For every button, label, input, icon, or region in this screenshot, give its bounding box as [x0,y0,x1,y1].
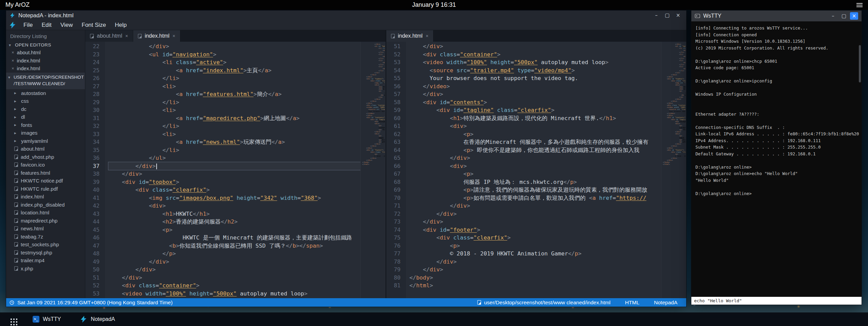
file-item[interactable]: test_sockets.php [6,241,85,249]
code-line[interactable]: </video> [409,82,661,91]
code-line[interactable]: </html> [409,282,661,290]
code-line[interactable]: <li> [108,130,360,138]
code-line[interactable]: Your browser does not support the video … [409,74,661,82]
code-line[interactable]: </div> [409,218,661,226]
menu-help[interactable]: Help [110,21,131,30]
minimize-button[interactable]: – [652,12,661,19]
file-item[interactable]: features.html [6,169,85,177]
code-line[interactable]: <h1>HKWTC</h1> [108,210,360,218]
file-item[interactable]: teabag.7z [6,233,85,241]
terminal-output[interactable]: [info] Connecting to arozos WsTTY servic… [691,21,862,297]
folder-item[interactable]: ▸css [6,97,85,105]
file-item[interactable]: HKWTC notice.pdf [6,177,85,185]
close-editor-icon[interactable]: × [12,66,14,71]
code-line[interactable]: </li> [108,146,360,154]
code-line[interactable]: <p>如有問題或需要申請白名單，歡迎加入我們的 <a href="https:/… [409,194,661,202]
code-line[interactable]: <video width="100%" height="500px" autop… [108,290,360,298]
left-minimap[interactable]: </div> <ul id="navigation"> <li class="a… [360,42,386,298]
left-code[interactable]: </div> <ul id="navigation"> <li class="a… [105,42,360,298]
code-line[interactable]: </div> [409,42,661,51]
code-line[interactable]: <b>你知道我們全線伺服器已轉用 SSD 了嗎？</b></span> [108,242,360,250]
open-editor-item[interactable]: ×index.html [6,57,85,65]
close-editor-icon[interactable]: × [12,50,14,55]
code-line[interactable]: <a href="news.html">玩家傳送門</a> [108,138,360,146]
minimize-button[interactable]: – [828,12,838,20]
maximize-button[interactable]: ▢ [839,12,849,20]
code-line[interactable]: <h2>香港的建築伺服器</h2> [108,218,360,226]
menu-edit[interactable]: Edit [37,21,56,30]
code-line[interactable]: </div> [409,154,661,162]
statusbar-filepath[interactable]: user/Desktop/screenshot/test/www cleaned… [484,300,610,306]
code-line[interactable]: </div> [409,258,661,266]
file-item[interactable]: about.html [6,145,85,153]
code-line[interactable]: </div> [409,266,661,274]
code-line[interactable]: <p> 即使你不是建築師，你也能透過紅石師或鐵路工程師的身份加入我 [409,146,661,154]
code-line[interactable]: <div> [409,162,661,170]
code-line[interactable]: <div id="contents"> [409,98,661,107]
open-editors-section-header[interactable]: ▾ OPEN EDITORS [6,41,85,49]
open-editor-item[interactable]: ×about.html [6,49,85,57]
right-code[interactable]: </div> <div class="container"> <video wi… [406,42,661,298]
terminal-command-input[interactable] [691,297,862,305]
code-line[interactable]: <a href="index.html">主頁</a> [108,66,360,75]
taskbar-item-wstty[interactable]: >_ WsTTY [27,312,66,326]
file-item[interactable]: HKWTC rule.pdf [6,185,85,193]
tab-close-icon[interactable]: × [426,33,428,39]
code-line[interactable]: HKWTC 是一個 Minecraft 的建築伺服器，主要建築計劃包括鐵路 [108,234,360,242]
close-button[interactable]: × [850,12,858,20]
menu-font-size[interactable]: Font Size [77,21,110,30]
code-line[interactable]: <div class="clearfix"> [409,234,661,242]
workspace-root-header[interactable]: ▾ USER:/DESKTOP/SCREENSHOT /TEST/WWW CLE… [6,73,85,89]
code-line[interactable]: </li> [108,98,360,107]
editor-tab-index.html[interactable]: index.html× [133,30,180,42]
code-line[interactable]: <div class="container"> [108,282,360,290]
statusbar-language[interactable]: HTML [625,300,639,306]
code-line[interactable]: <p> [409,170,661,178]
menu-file[interactable]: File [19,21,37,30]
code-line[interactable]: </div> [409,202,661,210]
folder-item[interactable]: ▸dl [6,113,85,121]
file-item[interactable]: index.php_disabled [6,201,85,209]
folder-item[interactable]: ▸images [6,129,85,137]
maximize-button[interactable]: ▢ [662,12,672,19]
file-item[interactable]: trailer.mp4 [6,256,85,265]
code-line[interactable]: </div> [108,266,360,274]
code-line[interactable]: <a href="mapredirect.php">網上地圖</a> [108,114,360,122]
code-line[interactable]: </div> [108,274,360,282]
launcher-grid-icon[interactable] [3,312,19,326]
file-item[interactable]: x.php [6,265,85,273]
code-line[interactable]: </div> [108,162,360,170]
folder-item[interactable]: ▸dc [6,105,85,113]
editor-tab-index.html[interactable]: index.html× [386,30,433,42]
hamburger-menu-icon[interactable] [856,3,863,7]
code-line[interactable]: <img src="images/box.png" height="342" w… [108,194,360,202]
file-item[interactable]: news.html [6,225,85,233]
right-minimap[interactable]: </div> <ul id="navigation"> <li class="a… [661,42,686,298]
code-line[interactable]: <p>請注意，我們的伺服器為確保玩家及遊玩時的質素，我們對的服務開放 [409,186,661,194]
file-item[interactable]: favicon.ico [6,161,85,169]
terminal-scrollbar[interactable] [859,45,861,82]
file-item[interactable]: testmysql.php [6,249,85,257]
taskbar-item-notepada[interactable]: NotepadA [74,312,120,326]
file-item[interactable]: mapredirect.php [6,217,85,225]
code-line[interactable]: <li> [108,82,360,91]
tab-close-icon[interactable]: × [173,33,175,39]
code-line[interactable]: </div> [108,170,360,178]
file-item[interactable]: location.html [6,209,85,217]
folder-item[interactable]: ▸yamlyamlml [6,137,85,145]
code-line[interactable]: </div> [108,258,360,266]
tab-close-icon[interactable]: × [125,33,128,39]
code-line[interactable]: <div class="container"> [409,51,661,59]
code-line[interactable]: </li> [108,122,360,130]
code-line[interactable]: <h1>特別為建築及鐵路而設，現代化的 Minecraft 世界.</h1> [409,114,661,122]
code-line[interactable]: © 2018 - 2019 HKWTC Animation Gamer</p> [409,250,661,258]
code-line[interactable]: </p> [108,250,360,258]
folder-item[interactable]: ▸fonts [6,121,85,129]
code-line[interactable]: </div> [409,90,661,98]
code-line[interactable]: </li> [108,74,360,82]
code-line[interactable]: 伺服器 IP 地址為： mcs.hkwtc.org</p> [409,178,661,186]
code-line[interactable]: <div class="clearfix"> [108,186,360,194]
open-editor-item[interactable]: ×index.html [6,64,85,73]
close-button[interactable]: × [673,12,683,19]
code-line[interactable]: <div> [108,202,360,210]
